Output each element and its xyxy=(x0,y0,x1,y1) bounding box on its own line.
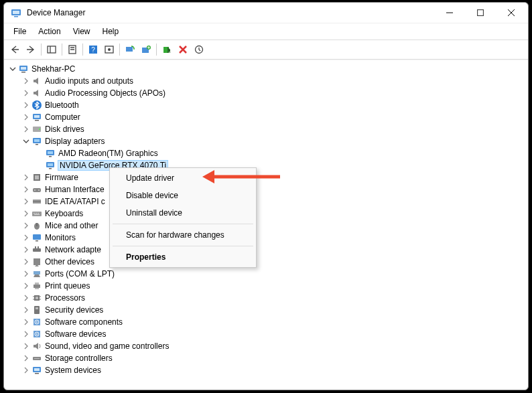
security-icon xyxy=(31,305,42,315)
expand-icon[interactable] xyxy=(21,341,31,351)
expand-icon[interactable] xyxy=(21,112,31,122)
maximize-button[interactable] xyxy=(465,3,496,23)
tree-node-audio-io[interactable]: Audio inputs and outputs xyxy=(19,75,528,87)
expand-icon[interactable] xyxy=(21,269,31,279)
svg-point-41 xyxy=(38,189,40,191)
expand-icon[interactable] xyxy=(21,100,31,110)
svg-rect-57 xyxy=(34,271,40,274)
action-button[interactable] xyxy=(102,42,117,57)
menu-action[interactable]: Action xyxy=(33,25,66,38)
tree-label: Software devices xyxy=(45,329,106,339)
ide-icon xyxy=(31,196,42,207)
tree-node-swcomp[interactable]: Software components xyxy=(19,316,528,328)
tree-node-bluetooth[interactable]: Bluetooth xyxy=(19,99,528,111)
help-button[interactable]: ? xyxy=(86,42,101,57)
tree-node-ports[interactable]: Ports (COM & LPT) xyxy=(19,268,528,280)
ctx-disable-device[interactable]: Disable device xyxy=(111,187,255,204)
tree-label: Security devices xyxy=(45,305,103,315)
tree-pane[interactable]: Shekhar-PCAudio inputs and outputsAudio … xyxy=(4,60,528,390)
tree-node-ide[interactable]: IDE ATA/ATAPI c xyxy=(19,195,528,208)
expand-icon[interactable] xyxy=(21,257,31,266)
expand-icon[interactable] xyxy=(21,366,31,375)
ctx-scan-hardware[interactable]: Scan for hardware changes xyxy=(111,226,255,244)
svg-point-74 xyxy=(36,333,38,335)
tree-node-printq[interactable]: Print queues xyxy=(19,280,528,292)
ports-icon xyxy=(31,268,42,279)
tree-node-display[interactable]: Display adapters xyxy=(19,135,528,147)
back-button[interactable] xyxy=(7,42,22,57)
tree-node-net[interactable]: Network adapte xyxy=(19,244,528,256)
ctx-uninstall-device[interactable]: Uninstall device xyxy=(111,204,255,222)
collapse-icon[interactable] xyxy=(21,137,31,146)
tree-node-hid[interactable]: Human Interface xyxy=(19,183,528,195)
tree-label: Bluetooth xyxy=(45,100,79,110)
expand-icon[interactable] xyxy=(21,293,31,303)
scan-hardware-button[interactable] xyxy=(123,42,137,57)
tree-label: Sound, video and game controllers xyxy=(45,341,169,351)
computer-icon xyxy=(31,112,42,123)
tree-node-security[interactable]: Security devices xyxy=(19,304,528,316)
tree-node-computer[interactable]: Computer xyxy=(19,111,528,123)
tree-node-other[interactable]: Other devices xyxy=(19,256,528,268)
tree-label: Audio inputs and outputs xyxy=(45,76,133,86)
update-driver-button[interactable] xyxy=(139,42,153,57)
expand-icon[interactable] xyxy=(21,125,31,134)
tree-label: Software components xyxy=(45,317,123,327)
expand-icon[interactable] xyxy=(21,221,31,230)
svg-rect-5 xyxy=(48,46,56,53)
tree-label: Disk drives xyxy=(45,125,84,134)
tree-node-amd[interactable]: AMD Radeon(TM) Graphics xyxy=(32,147,528,159)
tree-node-mouse[interactable]: Mice and other xyxy=(19,220,528,232)
tree-node-firmware[interactable]: Firmware xyxy=(19,171,528,183)
svg-rect-29 xyxy=(34,139,40,142)
expand-icon[interactable] xyxy=(21,88,31,98)
tree-node-swdev[interactable]: Software devices xyxy=(19,328,528,340)
tree-label: Firmware xyxy=(45,173,78,182)
expand-icon[interactable] xyxy=(21,245,31,254)
menu-file[interactable]: File xyxy=(8,25,31,38)
tree-node-cpu[interactable]: Processors xyxy=(19,292,528,304)
close-button[interactable] xyxy=(496,3,527,23)
expand-icon[interactable] xyxy=(21,197,31,206)
audio-proc-icon xyxy=(31,88,42,98)
show-hide-tree-button[interactable] xyxy=(44,42,59,57)
ctx-update-driver[interactable]: Update driver xyxy=(111,169,255,187)
tree-node-sound[interactable]: Sound, video and game controllers xyxy=(19,340,528,352)
tree-node-nvidia[interactable]: NVIDIA GeForce RTX 4070 Ti xyxy=(32,159,528,171)
swdev-icon xyxy=(31,329,42,339)
tree-node-storage[interactable]: Storage controllers xyxy=(19,352,528,364)
expand-icon[interactable] xyxy=(21,329,31,339)
expand-icon[interactable] xyxy=(21,209,31,218)
ctx-properties[interactable]: Properties xyxy=(111,248,255,266)
expand-icon[interactable] xyxy=(21,317,31,327)
tree-node-monitor[interactable]: Monitors xyxy=(19,232,528,244)
toolbar: ? xyxy=(4,40,528,60)
uninstall-device-button[interactable] xyxy=(176,42,190,57)
expand-icon[interactable] xyxy=(21,281,31,291)
expand-icon[interactable] xyxy=(21,233,31,242)
menu-help[interactable]: Help xyxy=(97,25,125,38)
tree-label: Display adapters xyxy=(45,137,105,146)
svg-rect-52 xyxy=(36,240,38,242)
tree-node-audio-proc[interactable]: Audio Processing Objects (APOs) xyxy=(19,87,528,99)
expand-icon[interactable] xyxy=(21,353,31,363)
tree-label: System devices xyxy=(45,366,101,375)
expand-icon[interactable] xyxy=(21,173,31,182)
menu-view[interactable]: View xyxy=(68,25,96,38)
expand-icon[interactable] xyxy=(21,185,31,194)
add-legacy-hardware-button[interactable] xyxy=(192,42,206,57)
tree-node-disk[interactable]: Disk drives xyxy=(19,123,528,135)
forward-button[interactable] xyxy=(23,42,38,57)
minimize-button[interactable] xyxy=(434,3,465,23)
tree-node-keyboard[interactable]: Keyboards xyxy=(19,208,528,220)
tree-node-root[interactable]: Shekhar-PC xyxy=(5,63,528,75)
expand-icon[interactable] xyxy=(21,305,31,315)
bluetooth-icon xyxy=(31,100,42,110)
titlebar[interactable]: Device Manager xyxy=(4,3,528,23)
expand-icon[interactable] xyxy=(21,76,31,86)
svg-rect-56 xyxy=(34,258,40,265)
properties-button[interactable] xyxy=(65,42,80,57)
tree-node-system[interactable]: System devices xyxy=(19,364,528,376)
collapse-icon[interactable] xyxy=(8,64,17,74)
disable-device-button[interactable] xyxy=(159,42,174,57)
